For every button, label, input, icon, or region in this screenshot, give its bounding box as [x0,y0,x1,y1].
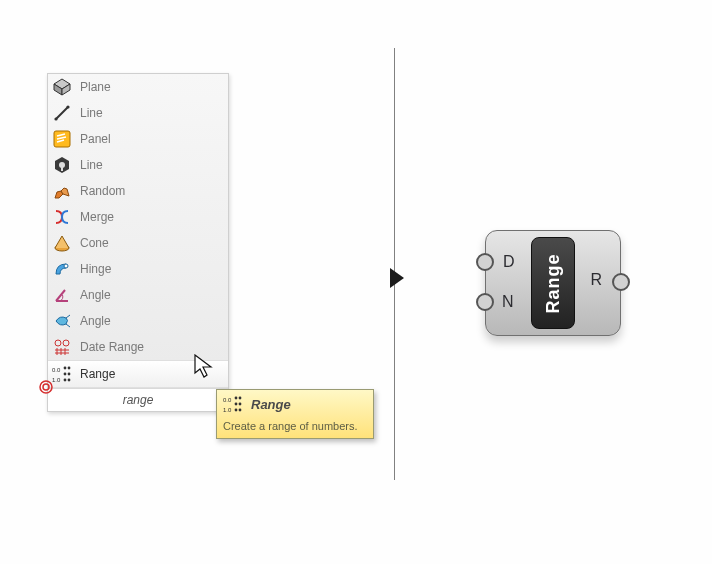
menu-item-angle[interactable]: Angle [48,282,228,308]
menu-item-range[interactable]: 0.01.0 Range [48,360,228,388]
menu-item-label: Date Range [80,340,144,354]
divider-line [394,48,395,480]
tooltip-title: Range [251,397,291,412]
wrench-hex-icon [52,155,72,175]
insert-point-mark-icon [38,379,54,395]
output-grip-r[interactable] [612,273,630,291]
menu-item-angle-2[interactable]: Angle [48,308,228,334]
svg-text:0.0: 0.0 [52,367,61,373]
merge-icon [52,207,72,227]
menu-item-label: Random [80,184,125,198]
panel-icon [52,129,72,149]
menu-item-random[interactable]: Random [48,178,228,204]
tooltip-body: Create a range of numbers. [217,418,373,438]
svg-point-14 [63,340,69,346]
input-grip-d[interactable] [476,253,494,271]
menu-item-hinge[interactable]: Hinge [48,256,228,282]
component-label: Range [543,253,564,313]
svg-point-21 [64,379,67,382]
cone-icon [52,233,72,253]
component-tooltip: 0.01.0 Range Create a range of numbers. [216,389,374,439]
angle-icon [52,285,72,305]
svg-point-24 [43,384,49,390]
menu-item-panel[interactable]: Panel [48,126,228,152]
svg-point-20 [68,373,71,376]
expand-arrow-icon [388,266,408,290]
svg-point-23 [40,381,52,393]
svg-point-13 [55,340,61,346]
hinge-icon [52,259,72,279]
svg-point-32 [239,409,242,412]
svg-text:1.0: 1.0 [223,407,232,413]
svg-point-4 [54,117,57,120]
menu-item-label: Plane [80,80,111,94]
menu-item-cone[interactable]: Cone [48,230,228,256]
menu-item-label: Angle [80,288,111,302]
menu-item-label: Angle [80,314,111,328]
angle-fish-icon [52,311,72,331]
menu-item-line-2[interactable]: Line [48,152,228,178]
range-icon: 0.01.0 [223,394,243,414]
random-icon [52,181,72,201]
menu-item-plane[interactable]: Plane [48,74,228,100]
line-icon [52,103,72,123]
input-label-n: N [502,293,514,311]
menu-item-label: Panel [80,132,111,146]
svg-rect-6 [54,131,70,147]
menu-item-line[interactable]: Line [48,100,228,126]
svg-point-30 [239,403,242,406]
svg-text:0.0: 0.0 [223,397,232,403]
search-row [48,388,228,411]
menu-item-label: Cone [80,236,109,250]
svg-point-29 [235,403,238,406]
range-component[interactable]: D N R Range [485,230,621,336]
svg-line-3 [56,107,68,119]
plane-icon [52,77,72,97]
svg-point-19 [64,373,67,376]
svg-point-27 [235,397,238,400]
svg-point-5 [66,105,69,108]
menu-item-label: Line [80,106,103,120]
component-search-menu: Plane Line Panel Line Random Merge Cone … [47,73,229,412]
menu-item-label: Line [80,158,103,172]
menu-item-label: Range [80,367,115,381]
svg-rect-8 [61,165,63,171]
svg-point-12 [64,264,68,268]
svg-point-18 [68,367,71,370]
component-search-input[interactable] [48,392,228,408]
menu-item-merge[interactable]: Merge [48,204,228,230]
output-label-r: R [590,271,602,289]
input-grip-n[interactable] [476,293,494,311]
svg-point-31 [235,409,238,412]
svg-point-22 [68,379,71,382]
input-label-d: D [503,253,515,271]
svg-point-17 [64,367,67,370]
daterange-icon [52,337,72,357]
svg-point-28 [239,397,242,400]
component-name-strip: Range [531,237,575,329]
range-icon: 0.01.0 [52,364,72,384]
menu-item-label: Merge [80,210,114,224]
menu-item-daterange[interactable]: Date Range [48,334,228,360]
menu-item-label: Hinge [80,262,111,276]
